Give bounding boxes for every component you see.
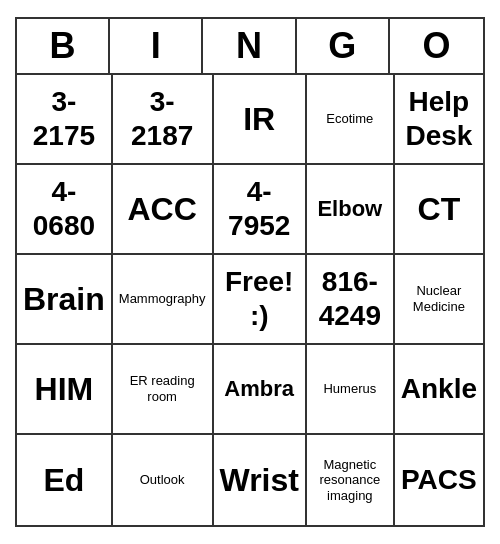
- bingo-cell-text-17: Ambra: [224, 376, 294, 402]
- header-letter-n: N: [203, 19, 296, 73]
- bingo-header: BINGO: [17, 19, 483, 75]
- bingo-cell-17: Ambra: [214, 345, 307, 435]
- bingo-cell-4: Help Desk: [395, 75, 483, 165]
- header-letter-i: I: [110, 19, 203, 73]
- bingo-cell-2: IR: [214, 75, 307, 165]
- bingo-cell-text-18: Humerus: [323, 381, 376, 397]
- bingo-cell-22: Wrist: [214, 435, 307, 525]
- header-letter-o: O: [390, 19, 483, 73]
- bingo-cell-text-7: 4-7952: [220, 175, 299, 242]
- bingo-cell-text-8: Elbow: [317, 196, 382, 222]
- bingo-cell-text-19: Ankle: [401, 372, 477, 406]
- bingo-grid: 3-21753-2187IREcotimeHelp Desk4-0680ACC4…: [17, 75, 483, 525]
- header-letter-b: B: [17, 19, 110, 73]
- bingo-cell-16: ER reading room: [113, 345, 214, 435]
- bingo-cell-6: ACC: [113, 165, 214, 255]
- bingo-cell-3: Ecotime: [307, 75, 395, 165]
- bingo-cell-text-16: ER reading room: [119, 373, 206, 404]
- bingo-cell-19: Ankle: [395, 345, 483, 435]
- bingo-cell-13: 816-4249: [307, 255, 395, 345]
- bingo-cell-text-21: Outlook: [140, 472, 185, 488]
- bingo-cell-8: Elbow: [307, 165, 395, 255]
- bingo-cell-11: Mammography: [113, 255, 214, 345]
- header-letter-g: G: [297, 19, 390, 73]
- bingo-cell-text-10: Brain: [23, 280, 105, 318]
- bingo-cell-text-12: Free! :): [220, 265, 299, 332]
- bingo-cell-text-11: Mammography: [119, 291, 206, 307]
- bingo-cell-text-1: 3-2187: [119, 85, 206, 152]
- bingo-cell-text-13: 816-4249: [313, 265, 387, 332]
- bingo-cell-9: CT: [395, 165, 483, 255]
- bingo-cell-21: Outlook: [113, 435, 214, 525]
- bingo-card: BINGO 3-21753-2187IREcotimeHelp Desk4-06…: [15, 17, 485, 527]
- bingo-cell-5: 4-0680: [17, 165, 113, 255]
- bingo-cell-0: 3-2175: [17, 75, 113, 165]
- bingo-cell-18: Humerus: [307, 345, 395, 435]
- bingo-cell-7: 4-7952: [214, 165, 307, 255]
- bingo-cell-10: Brain: [17, 255, 113, 345]
- bingo-cell-text-6: ACC: [127, 190, 196, 228]
- bingo-cell-text-5: 4-0680: [23, 175, 105, 242]
- bingo-cell-text-3: Ecotime: [326, 111, 373, 127]
- bingo-cell-20: Ed: [17, 435, 113, 525]
- bingo-cell-text-20: Ed: [43, 461, 84, 499]
- bingo-cell-text-15: HIM: [35, 370, 94, 408]
- bingo-cell-23: Magnetic resonance imaging: [307, 435, 395, 525]
- bingo-cell-12: Free! :): [214, 255, 307, 345]
- bingo-cell-text-14: Nuclear Medicine: [401, 283, 477, 314]
- bingo-cell-text-22: Wrist: [220, 461, 299, 499]
- bingo-cell-14: Nuclear Medicine: [395, 255, 483, 345]
- bingo-cell-text-4: Help Desk: [401, 85, 477, 152]
- bingo-cell-1: 3-2187: [113, 75, 214, 165]
- bingo-cell-15: HIM: [17, 345, 113, 435]
- bingo-cell-text-9: CT: [418, 190, 461, 228]
- bingo-cell-text-0: 3-2175: [23, 85, 105, 152]
- bingo-cell-text-24: PACS: [401, 463, 477, 497]
- bingo-cell-text-2: IR: [243, 100, 275, 138]
- bingo-cell-text-23: Magnetic resonance imaging: [313, 457, 387, 504]
- bingo-cell-24: PACS: [395, 435, 483, 525]
